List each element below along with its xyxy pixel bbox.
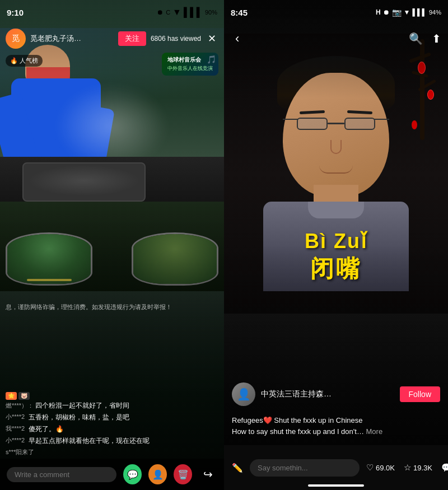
music-note-icon: 🎵 [207, 55, 216, 64]
chat-message-4: 小****2 早起五点那样就看他在干呢，现在还在呢 [6, 436, 218, 446]
wechat-share-button[interactable]: 💬 [123, 464, 142, 484]
fire-icon: 🔥 [10, 57, 18, 64]
comment-input-left[interactable] [7, 467, 116, 482]
top-bar-right: ‹ 🔍 ⬆ [224, 25, 448, 53]
user-button[interactable]: 👤 [148, 464, 167, 484]
view-count: 6806 has viewed [151, 35, 201, 43]
desc-line2: How to say shut the fxxk up and I don't…… [232, 426, 440, 437]
hot-badge: 🔥 人气榜 [6, 55, 43, 67]
chinese-chars: 闭嘴 [224, 253, 448, 284]
record-icon-r: ⏺ [383, 8, 390, 16]
status-icons-right: H ⏺ 📷 ▼ ▌▌▌ 94% [376, 8, 441, 17]
text-overlay: Bì Zuǐ 闭嘴 [224, 230, 448, 284]
heart-icon: ♡ [366, 463, 374, 473]
description-text: Refugees❤️ Shut the fxxk up in Chinese H… [232, 415, 440, 437]
comment-input-right[interactable] [250, 459, 360, 477]
comment-input-row: ✏️ ♡ 69.0K ☆ 19.3K 💬 1581 [224, 445, 448, 490]
more-link[interactable]: More [366, 427, 383, 436]
share-button-right[interactable]: ⬆ [432, 32, 441, 45]
stars-stat[interactable]: ☆ 19.3K [404, 463, 432, 473]
chat-user-3: 我****2 [6, 424, 26, 433]
share-button[interactable]: ↪ [199, 464, 217, 484]
back-button[interactable]: ‹ [231, 29, 244, 48]
music-subtitle: 中外音乐人在线竞演 [167, 65, 213, 72]
signal-icon: ▌▌▌ [184, 7, 203, 17]
comment-bar-left: 💬 👤 🗑️ ↪ [0, 459, 224, 490]
chat-text-2: 五香粉，胡椒粉，味精，盐，是吧 [29, 413, 129, 422]
battery-left: 90% [205, 9, 217, 16]
chat-area: 🌟 🐷 燃****）： 四个粉混一起不就好了，省时间 小****2 五香粉，胡椒… [0, 319, 224, 456]
likes-stat[interactable]: ♡ 69.0K [366, 463, 395, 473]
chat-user-row-1: 🌟 🐷 [6, 392, 129, 400]
time-left: 9:10 [7, 8, 24, 17]
music-title: 地球村音乐会 [167, 56, 213, 64]
user-avatar-right[interactable]: 👤 [232, 382, 255, 406]
status-bar-left: 9:10 ⏺ C ▼ ▌▌▌ 90% [0, 0, 224, 25]
desc-line2-text: How to say shut the fxxk up and I don't… [232, 427, 364, 436]
carrier-h: H [376, 8, 381, 16]
trash-icon: 🗑️ [178, 469, 189, 480]
left-panel: 9:10 ⏺ C ▼ ▌▌▌ 90% 觅 觅老肥丸子汤… 关注 6806 has… [0, 0, 224, 490]
user-icon: 👤 [152, 469, 164, 480]
battery-right: 94% [429, 9, 441, 16]
comment-bar-right: ✏️ ♡ 69.0K ☆ 19.3K 💬 1581 [224, 445, 448, 490]
chat-text-4: 早起五点那样就看他在干呢，现在还在呢 [29, 436, 150, 446]
user-name-right: 中英法三语主持森… [261, 389, 394, 399]
chat-message-2: 小****2 五香粉，胡椒粉，味精，盐，是吧 [6, 413, 218, 422]
music-banner[interactable]: 地球村音乐会 中外音乐人在线竞演 🎵 [162, 53, 218, 76]
search-button[interactable]: 🔍 [409, 32, 423, 45]
avatar-placeholder: 👤 [237, 388, 251, 401]
chat-user-4: 小****2 [6, 436, 26, 445]
comments-stat[interactable]: 💬 1581 [441, 463, 448, 473]
channel-name: 觅老肥丸子汤… [30, 34, 114, 44]
signal-icon-r: ▌▌▌ [412, 8, 427, 16]
home-indicator-right [308, 484, 364, 487]
time-right: 8:45 [231, 8, 248, 17]
status-icons-left: ⏺ C ▼ ▌▌▌ 90% [157, 7, 217, 17]
user-badge-1: 🌟 [6, 392, 17, 400]
trash-button[interactable]: 🗑️ [174, 464, 192, 484]
wifi-icon: ▼ [172, 7, 181, 17]
chat-user-5: s***阳来了 [6, 448, 34, 456]
channel-avatar[interactable]: 觅 [6, 29, 26, 49]
star-icon: ☆ [404, 463, 411, 473]
comment-stats: ♡ 69.0K ☆ 19.3K 💬 1581 [366, 463, 448, 473]
chat-message-1: 🌟 🐷 燃****）： 四个粉混一起不就好了，省时间 [6, 392, 218, 410]
share-icon: ↪ [203, 468, 213, 481]
wechat-icon: 💬 [127, 469, 138, 480]
status-bar-right: 8:45 H ⏺ 📷 ▼ ▌▌▌ 94% [224, 0, 448, 25]
user-badge-2: 🐷 [18, 392, 30, 400]
likes-count: 69.0K [376, 464, 395, 472]
comment-icon: 💬 [441, 463, 448, 473]
chat-message-5: s***阳来了 [6, 448, 218, 456]
edit-icon: ✏️ [232, 463, 243, 473]
chat-text-3: 傻死了。🔥 [29, 424, 64, 434]
follow-button-right[interactable]: Follow [400, 386, 440, 402]
chat-message-3: 我****2 傻死了。🔥 [6, 424, 218, 434]
notice-bar: 息，谨防网络诈骗，理性消费。如发现违规行为请及时举报！ [0, 302, 224, 312]
wifi-icon-r: ▼ [404, 8, 410, 16]
instagram-icon: 📷 [392, 8, 402, 17]
top-actions: 🔍 ⬆ [409, 32, 441, 45]
chat-user-2: 小****2 [6, 413, 26, 421]
chat-text-1: 四个粉混一起不就好了，省时间 [35, 402, 129, 409]
close-button[interactable]: ✕ [206, 30, 218, 47]
top-bar-left: 觅 觅老肥丸子汤… 关注 6806 has viewed ✕ [0, 25, 224, 53]
letter-icon: C [166, 9, 170, 16]
right-panel: 8:45 H ⏺ 📷 ▼ ▌▌▌ 94% ‹ 🔍 ⬆ Bì Zuǐ 闭嘴 👤 中… [224, 0, 448, 490]
stars-count: 19.3K [413, 464, 432, 472]
desc-line1: Refugees❤️ Shut the fxxk up in Chinese [232, 415, 440, 426]
user-info-row: 👤 中英法三语主持森… Follow [224, 382, 448, 406]
follow-button-left[interactable]: 关注 [118, 31, 146, 46]
pinyin-text: Bì Zuǐ [224, 230, 448, 253]
record-icon: ⏺ [157, 8, 164, 16]
chat-user-1: 燃****）： [6, 402, 34, 409]
